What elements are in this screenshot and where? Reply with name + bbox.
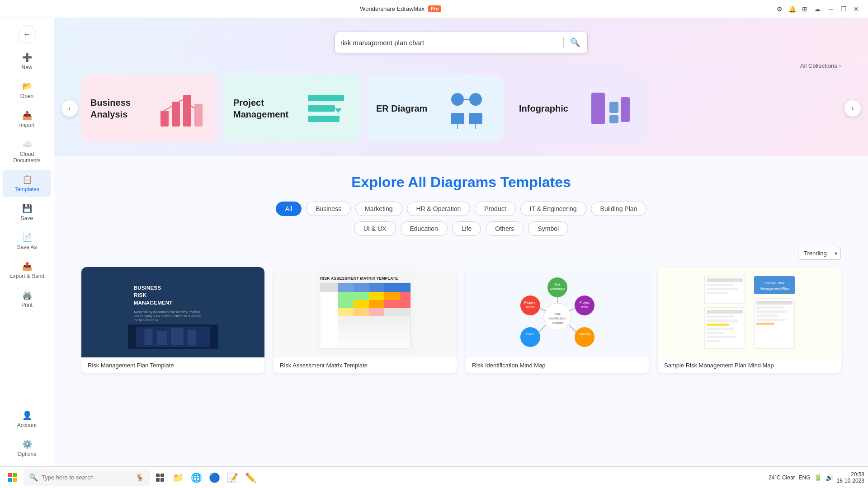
cloud-icon[interactable]: ☁	[814, 5, 821, 13]
carousel-card-project-management[interactable]: Project Management	[224, 75, 360, 142]
svg-rect-28	[144, 328, 152, 345]
svg-rect-2	[183, 95, 191, 127]
sidebar-item-options[interactable]: ⚙️ Options	[3, 435, 51, 462]
window-controls: ─ ❐ ✕	[826, 5, 861, 14]
cloud-docs-icon: ☁️	[22, 139, 32, 149]
taskbar-app-chrome[interactable]: 🔵	[206, 469, 222, 486]
template-card-2[interactable]: RISK ASSESSMENT MATRIX TEMPLATE	[274, 267, 457, 373]
settings-icon[interactable]: ⚙	[776, 5, 783, 13]
template-label-2: Risk Assessment Matrix Template	[274, 357, 457, 373]
svg-rect-47	[354, 300, 369, 308]
dog-icon: 🦌	[136, 473, 145, 482]
template-card-1[interactable]: BUSINESS RISK MANAGEMENT Avoid risk by m…	[81, 267, 264, 373]
taskbar-app-taskview[interactable]	[152, 469, 168, 486]
svg-text:Identification: Identification	[548, 317, 566, 320]
svg-rect-15	[591, 93, 605, 124]
taskbar-app-explorer[interactable]: 📁	[170, 469, 186, 486]
chevron-right-icon: ›	[839, 62, 841, 69]
account-icon: 👤	[22, 410, 32, 420]
grid-icon[interactable]: ⊞	[801, 5, 808, 13]
svg-rect-107	[756, 323, 774, 325]
app-name: Wondershare EdrawMax	[360, 5, 425, 12]
sidebar-item-templates[interactable]: 📋 Templates	[3, 170, 51, 197]
explore-section: Explore All Diagrams Templates All Busin…	[54, 156, 868, 382]
svg-rect-93	[707, 310, 743, 314]
search-button[interactable]: 🔍	[568, 36, 582, 49]
template-card-4[interactable]: Sample Risk Management Plan	[658, 267, 841, 373]
taskbar-search-bar[interactable]: 🔍 🦌	[24, 469, 150, 486]
svg-text:Risk: Risk	[554, 283, 561, 286]
svg-text:RISK: RISK	[133, 292, 146, 298]
lang-indicator: ENG	[799, 474, 811, 481]
svg-text:Avoid risk by monitoring risk : Avoid risk by monitoring risk sources, t…	[133, 310, 201, 314]
svg-rect-7	[308, 116, 340, 122]
save-icon: 💾	[22, 203, 32, 213]
filter-life[interactable]: Life	[452, 221, 481, 236]
svg-rect-96	[707, 324, 729, 326]
sort-select[interactable]: Trending Newest Popular	[798, 247, 841, 260]
filter-all[interactable]: All	[276, 202, 302, 216]
svg-point-9	[469, 93, 482, 106]
card-img-infographic	[582, 86, 637, 131]
start-button[interactable]	[4, 469, 22, 487]
svg-rect-16	[609, 102, 618, 113]
volume-icon[interactable]: 🔊	[826, 474, 833, 481]
filter-hr[interactable]: HR & Operation	[407, 202, 471, 216]
sidebar-item-save[interactable]: 💾 Save	[3, 199, 51, 226]
carousel-card-infographic[interactable]: Infographic	[510, 75, 646, 142]
filter-ui-ux[interactable]: UI & UX	[354, 221, 396, 236]
back-button[interactable]: ←	[18, 25, 36, 43]
taskbar-app-word[interactable]: 📝	[224, 469, 241, 486]
bell-icon[interactable]: 🔔	[788, 5, 796, 13]
svg-rect-43	[369, 292, 384, 300]
svg-text:MANAGEMENT: MANAGEMENT	[133, 300, 173, 306]
sidebar-item-open[interactable]: 📂 Open	[3, 77, 51, 104]
carousel-card-er-diagram[interactable]: ER Diagram	[367, 75, 503, 142]
minimize-button[interactable]: ─	[826, 5, 835, 14]
svg-rect-17	[621, 97, 630, 122]
svg-rect-31	[187, 330, 195, 345]
close-button[interactable]: ✕	[852, 5, 861, 14]
carousel-next-button[interactable]: ›	[844, 100, 861, 117]
template-card-3[interactable]: Risk Identification Sources Risk worksho…	[466, 267, 649, 373]
carousel-card-business-analysis[interactable]: Business Analysis	[81, 75, 217, 142]
sidebar-label-print: Print	[21, 302, 33, 308]
sidebar-item-print[interactable]: 🖨️ Print	[3, 286, 51, 313]
filter-others[interactable]: Others	[486, 221, 524, 236]
svg-text:BUSINESS: BUSINESS	[133, 285, 160, 291]
explore-title-prefix: Explore	[351, 174, 408, 190]
filter-marketing[interactable]: Marketing	[355, 202, 402, 216]
search-input[interactable]	[340, 39, 559, 47]
taskbar-app-edge[interactable]: 🌐	[188, 469, 204, 486]
import-icon: 📥	[22, 110, 32, 120]
sidebar-item-cloud[interactable]: ☁️ Cloud Documents	[3, 135, 51, 168]
all-collections-link[interactable]: All Collections ›	[800, 62, 841, 69]
battery-icon[interactable]: 🔋	[814, 474, 822, 481]
template-img-4: Sample Risk Management Plan	[658, 267, 841, 357]
svg-rect-86	[707, 284, 734, 286]
taskbar-search-input[interactable]	[42, 474, 132, 481]
taskbar-app-edrawmax[interactable]: ✏️	[242, 469, 259, 486]
sidebar-item-saveas[interactable]: 📄 Save As	[3, 228, 51, 255]
clock: 20:58 18-10-2023	[837, 471, 864, 484]
sidebar-item-account[interactable]: 👤 Account	[3, 406, 51, 433]
sidebar: ← ➕ New 📂 Open 📥 Import ☁️ Cloud Documen…	[0, 18, 54, 466]
templates-icon: 📋	[22, 174, 32, 184]
filter-product[interactable]: Product	[475, 202, 515, 216]
filter-symbol[interactable]: Symbol	[528, 221, 568, 236]
template-grid: BUSINESS RISK MANAGEMENT Avoid risk by m…	[81, 267, 841, 373]
carousel-prev-button[interactable]: ‹	[61, 100, 78, 117]
filter-building[interactable]: Building Plan	[591, 202, 647, 216]
sidebar-item-new[interactable]: ➕ New	[3, 48, 51, 75]
filter-business[interactable]: Business	[306, 202, 351, 216]
svg-rect-106	[756, 319, 786, 321]
sidebar-item-export[interactable]: 📤 Export & Send	[3, 257, 51, 284]
filter-education[interactable]: Education	[401, 221, 448, 236]
weather-info: 24°C Clear	[769, 474, 795, 481]
filter-it[interactable]: IT & Engineering	[520, 202, 586, 216]
svg-point-8	[451, 93, 464, 106]
svg-rect-56	[338, 316, 410, 324]
restore-button[interactable]: ❐	[839, 5, 848, 14]
options-icon: ⚙️	[22, 439, 32, 449]
sidebar-item-import[interactable]: 📥 Import	[3, 106, 51, 133]
